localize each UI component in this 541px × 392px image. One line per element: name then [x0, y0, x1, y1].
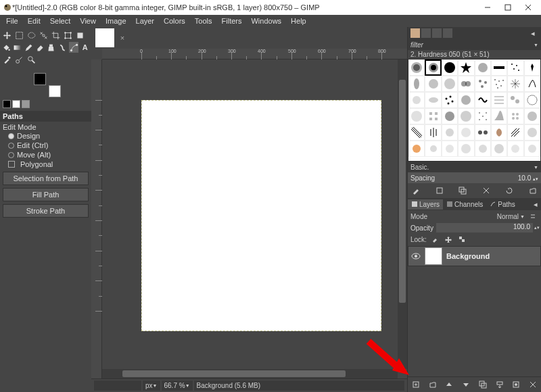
- brush-item[interactable]: [425, 92, 441, 108]
- edit-radio[interactable]: Edit (Ctrl): [3, 141, 89, 150]
- zoom-tool[interactable]: [26, 54, 37, 65]
- brush-item[interactable]: [524, 92, 540, 108]
- lower-layer-icon[interactable]: [461, 379, 471, 390]
- brush-item[interactable]: [425, 124, 441, 141]
- brush-item[interactable]: [408, 141, 425, 157]
- maximize-button[interactable]: [498, 0, 518, 15]
- crop-tool[interactable]: [50, 30, 61, 41]
- history-tab-icon[interactable]: [443, 28, 452, 38]
- brush-item[interactable]: [442, 108, 458, 124]
- measure-tool[interactable]: [14, 54, 24, 65]
- unit-selector[interactable]: px ▼: [143, 381, 160, 391]
- brush-item[interactable]: [408, 124, 425, 141]
- canvas[interactable]: [141, 100, 381, 331]
- fuzzy-select-tool[interactable]: [38, 30, 49, 41]
- brush-item[interactable]: [491, 76, 507, 92]
- brush-spacing-slider[interactable]: Spacing 10.0 ▴▾: [408, 172, 541, 183]
- brush-item[interactable]: [524, 76, 540, 92]
- brush-item[interactable]: [507, 124, 523, 141]
- text-tool[interactable]: A: [80, 42, 90, 53]
- brush-item[interactable]: [425, 59, 441, 76]
- layer-name-label[interactable]: Background: [446, 252, 490, 260]
- gradient-tool[interactable]: [13, 42, 23, 53]
- dock-menu-icon[interactable]: ◂: [527, 28, 538, 39]
- brush-filter-row[interactable]: filter▼: [408, 39, 541, 50]
- refresh-brush-icon[interactable]: [504, 185, 515, 196]
- brush-category-row[interactable]: Basic.▼: [408, 162, 541, 172]
- mode-switch-icon[interactable]: [527, 211, 538, 222]
- layers-tab[interactable]: Layers: [408, 199, 443, 210]
- lock-position-icon[interactable]: [443, 234, 454, 245]
- brushes-tab-icon[interactable]: [410, 28, 420, 38]
- pencil-tool[interactable]: [24, 42, 34, 53]
- brush-item[interactable]: [458, 141, 474, 157]
- menu-view[interactable]: View: [75, 16, 101, 26]
- ruler-vertical[interactable]: [91, 59, 102, 378]
- rect-select-tool[interactable]: [14, 30, 24, 41]
- brush-item[interactable]: [408, 108, 425, 124]
- brush-item[interactable]: [442, 124, 458, 141]
- menu-select[interactable]: Select: [45, 16, 76, 26]
- brush-item[interactable]: [425, 76, 441, 92]
- brush-item[interactable]: [524, 141, 540, 157]
- brush-item[interactable]: [442, 92, 458, 108]
- selection-from-path-button[interactable]: Selection from Path: [3, 172, 89, 185]
- brush-item[interactable]: [458, 59, 474, 76]
- new-group-icon[interactable]: [427, 379, 438, 390]
- brush-item[interactable]: [491, 124, 507, 141]
- lock-pixels-icon[interactable]: [429, 234, 440, 245]
- delete-layer-icon[interactable]: [527, 379, 538, 390]
- canvas-area[interactable]: [102, 59, 398, 369]
- mask-layer-icon[interactable]: [511, 379, 521, 390]
- warp-tool[interactable]: [74, 30, 85, 41]
- brush-item[interactable]: [507, 108, 523, 124]
- paths-tab[interactable]: Paths: [486, 199, 519, 210]
- brush-item[interactable]: [491, 92, 507, 108]
- new-brush-icon[interactable]: [434, 185, 445, 196]
- active-color-icon[interactable]: [22, 100, 30, 108]
- menu-layer[interactable]: Layer: [131, 16, 160, 26]
- brush-item[interactable]: [507, 59, 523, 76]
- duplicate-brush-icon[interactable]: [457, 185, 468, 196]
- brush-item[interactable]: [475, 141, 491, 157]
- menu-windows[interactable]: Windows: [246, 16, 286, 26]
- brush-item[interactable]: [408, 92, 425, 108]
- brush-item[interactable]: [524, 108, 540, 124]
- blend-mode-select[interactable]: Normal▼: [430, 213, 525, 220]
- transform-tool[interactable]: [62, 30, 73, 41]
- brush-item[interactable]: [458, 92, 474, 108]
- clone-tool[interactable]: [47, 42, 57, 53]
- delete-brush-icon[interactable]: [481, 185, 492, 196]
- color-picker-tool[interactable]: [1, 54, 12, 65]
- close-image-tab-icon[interactable]: ×: [118, 34, 126, 42]
- channels-tab[interactable]: Channels: [443, 199, 486, 210]
- scrollbar-horizontal[interactable]: [102, 369, 398, 378]
- brush-item[interactable]: [491, 108, 507, 124]
- bg-color-swatch[interactable]: [49, 85, 61, 97]
- scrollbar-vertical[interactable]: [398, 59, 407, 369]
- image-tab-thumb[interactable]: [95, 28, 114, 47]
- brush-item[interactable]: [491, 59, 507, 76]
- smudge-tool[interactable]: [57, 42, 68, 53]
- brush-item[interactable]: [442, 59, 458, 76]
- open-brush-icon[interactable]: [527, 185, 538, 196]
- menu-help[interactable]: Help: [286, 16, 311, 26]
- visibility-toggle-icon[interactable]: [411, 251, 421, 261]
- duplicate-layer-icon[interactable]: [477, 379, 488, 390]
- paths-tool[interactable]: [69, 42, 79, 53]
- brush-item[interactable]: [524, 124, 540, 141]
- raise-layer-icon[interactable]: [444, 379, 454, 390]
- brush-item[interactable]: [524, 59, 540, 76]
- polygonal-checkbox[interactable]: Polygonal: [3, 160, 89, 169]
- patterns-tab-icon[interactable]: [421, 28, 431, 38]
- menu-file[interactable]: File: [1, 16, 23, 26]
- new-layer-icon[interactable]: [410, 379, 421, 390]
- ruler-horizontal[interactable]: 0 100 200 300 400 500 600 700 800: [102, 49, 407, 59]
- zoom-selector[interactable]: 66.7 % ▼: [162, 381, 193, 391]
- minimize-button[interactable]: [477, 0, 498, 15]
- menu-tools[interactable]: Tools: [190, 16, 217, 26]
- brush-item[interactable]: [442, 141, 458, 157]
- move-radio[interactable]: Move (Alt): [3, 150, 89, 160]
- close-button[interactable]: [518, 0, 538, 15]
- swap-colors-icon[interactable]: [12, 100, 20, 108]
